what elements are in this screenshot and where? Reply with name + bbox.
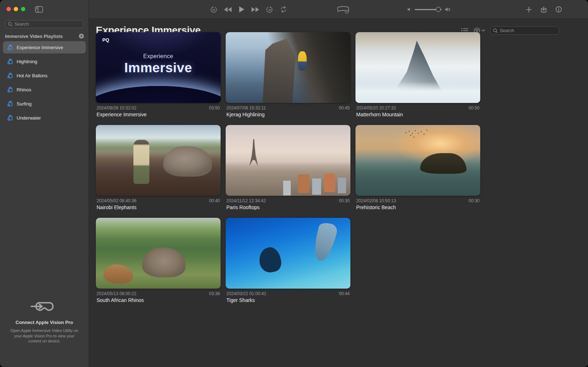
sidebar-playlist-item[interactable]: Surfing: [3, 98, 86, 110]
video-meta: 2024/05/13 08:00:22 03:38: [96, 291, 221, 296]
video-card[interactable]: 2024/05/20 20:27:32 00:50 Matterhorn Mou…: [355, 32, 480, 117]
video-thumbnail[interactable]: [96, 125, 221, 196]
video-duration: 00:30: [339, 198, 350, 203]
volume-max-icon[interactable]: [445, 7, 451, 12]
video-duration: 00:45: [339, 105, 350, 111]
video-thumbnail[interactable]: [226, 218, 350, 289]
import-button[interactable]: [540, 6, 547, 13]
sidebar-playlist-item[interactable]: Rhinos: [3, 83, 86, 96]
video-thumbnail[interactable]: [96, 218, 221, 289]
add-button[interactable]: [526, 7, 532, 13]
app-window: Immersive Video Playlists Experience Imm…: [0, 0, 588, 367]
search-icon: [493, 28, 498, 33]
video-title: Paris Rooftops: [226, 204, 350, 210]
grid-search-field[interactable]: [490, 26, 559, 35]
add-playlist-button[interactable]: [78, 33, 84, 39]
video-thumbnail[interactable]: [226, 125, 350, 196]
connect-title: Connect Apple Vision Pro: [7, 320, 82, 325]
traffic-lights: [7, 7, 25, 11]
main-content: 15: [89, 0, 588, 367]
playlist-icon: [7, 44, 13, 51]
thumbnail-text-small: Experience: [96, 53, 221, 60]
video-date: 2024/07/06 15:32:11: [226, 105, 266, 111]
search-icon: [8, 22, 13, 27]
chevron-down-icon: [482, 29, 485, 32]
video-meta: 2024/08/26 10:32:02 03:50: [96, 105, 221, 111]
video-meta: 2024/03/22 01:00:42 00:44: [226, 291, 350, 296]
video-thumbnail[interactable]: [355, 125, 480, 196]
sidebar-item-label: Experience Immersive: [17, 45, 63, 50]
video-duration: 00:40: [209, 198, 220, 203]
volume-slider-knob[interactable]: [436, 7, 441, 12]
sidebar: Immersive Video Playlists Experience Imm…: [0, 0, 89, 367]
video-date: 2024/11/12 12:34:42: [226, 198, 266, 203]
video-card[interactable]: 2024/11/12 12:34:42 00:30 Paris Rooftops: [226, 125, 350, 210]
fast-forward-button[interactable]: [251, 7, 260, 13]
video-date: 2024/08/26 10:32:02: [97, 105, 136, 111]
video-card[interactable]: PQ Experience Immersive 2024/08/26 10:32…: [96, 32, 221, 117]
zoom-button[interactable]: [21, 7, 25, 11]
video-grid: PQ Experience Immersive 2024/08/26 10:32…: [96, 32, 480, 303]
video-date: 2024/02/08 10:50:13: [356, 198, 396, 203]
skip-back-15-button[interactable]: 15: [210, 6, 217, 13]
video-card[interactable]: 2024/07/06 15:32:11 00:45 Kjerag Highlin…: [226, 32, 350, 117]
video-card[interactable]: 2024/05/02 08:40:36 00:40 Nairobi Elepha…: [96, 125, 221, 210]
video-card[interactable]: 2024/02/08 10:50:13 00:30 Prehistoric Be…: [355, 125, 480, 210]
video-meta: 2024/05/02 08:40:36 00:40: [96, 198, 221, 203]
minimize-button[interactable]: [14, 7, 18, 11]
play-button[interactable]: [238, 6, 245, 13]
video-meta: 2024/07/06 15:32:11 00:45: [226, 105, 350, 111]
video-card[interactable]: 2024/05/13 08:00:22 03:38 South African …: [96, 218, 221, 303]
sidebar-toggle-icon[interactable]: [35, 6, 43, 13]
volume-min-icon[interactable]: [407, 7, 412, 12]
video-thumbnail[interactable]: PQ Experience Immersive: [96, 32, 221, 103]
video-duration: 00:44: [339, 291, 350, 296]
video-title: Prehistoric Beach: [355, 204, 480, 210]
playlist-icon: [7, 73, 13, 79]
playlists-section-title: Immersive Video Playlists: [5, 34, 63, 39]
sidebar-search-field[interactable]: [5, 20, 84, 28]
video-thumbnail[interactable]: [355, 32, 480, 103]
connect-vision-pro-panel: Connect Apple Vision Pro Open Apple Imme…: [0, 299, 89, 344]
video-title: South African Rhinos: [96, 297, 221, 303]
volume-slider[interactable]: [415, 9, 442, 10]
video-title: Experience Immersive: [96, 112, 221, 117]
video-thumbnail[interactable]: [226, 32, 350, 103]
sidebar-playlist-item[interactable]: Hot Air Ballons: [3, 69, 86, 82]
video-meta: 2024/05/20 20:27:32 00:50: [355, 105, 480, 111]
video-duration: 00:30: [469, 198, 480, 203]
volume-control: [407, 0, 451, 19]
playlist-list: Experience Immersive Highlining Hot Air …: [3, 41, 86, 124]
video-title: Nairobi Elephants: [96, 204, 221, 210]
video-card[interactable]: 2024/03/22 01:00:42 00:44 Tiger Sharks: [226, 218, 350, 303]
video-title: Matterhorn Mountain: [355, 112, 480, 117]
playlist-icon: [7, 59, 13, 65]
video-meta: 2024/02/08 10:50:13 00:30: [355, 198, 480, 203]
sidebar-item-label: Highlining: [17, 59, 37, 64]
video-date: 2024/05/20 20:27:32: [356, 105, 396, 111]
vision-pro-icon: [7, 299, 82, 315]
video-duration: 03:38: [209, 291, 220, 296]
rewind-button[interactable]: [223, 7, 232, 13]
close-button[interactable]: [7, 7, 11, 11]
immersive-screen-icon[interactable]: [337, 0, 349, 19]
pq-badge: PQ: [102, 37, 109, 43]
playlist-icon: [7, 115, 13, 121]
info-button[interactable]: [555, 6, 562, 13]
svg-text:15: 15: [212, 8, 215, 11]
sidebar-item-label: Surfing: [17, 101, 31, 107]
skip-forward-15-button[interactable]: 15: [266, 6, 273, 13]
grid-search-input[interactable]: [500, 28, 557, 33]
video-duration: 00:50: [469, 105, 480, 111]
repeat-button[interactable]: [280, 6, 287, 13]
sidebar-search-input[interactable]: [14, 22, 81, 27]
video-meta: 2024/11/12 12:34:42 00:30: [226, 198, 350, 203]
sidebar-playlist-item[interactable]: Highlining: [3, 55, 86, 68]
sidebar-playlist-item[interactable]: Underwater: [3, 112, 86, 124]
playlist-icon: [7, 87, 13, 93]
sidebar-item-label: Hot Air Ballons: [17, 73, 47, 78]
video-date: 2024/05/13 08:00:22: [97, 291, 136, 296]
sidebar-playlist-item[interactable]: Experience Immersive: [3, 41, 86, 53]
thumbnail-text-large: Immersive: [96, 60, 221, 75]
video-duration: 03:50: [209, 105, 220, 111]
